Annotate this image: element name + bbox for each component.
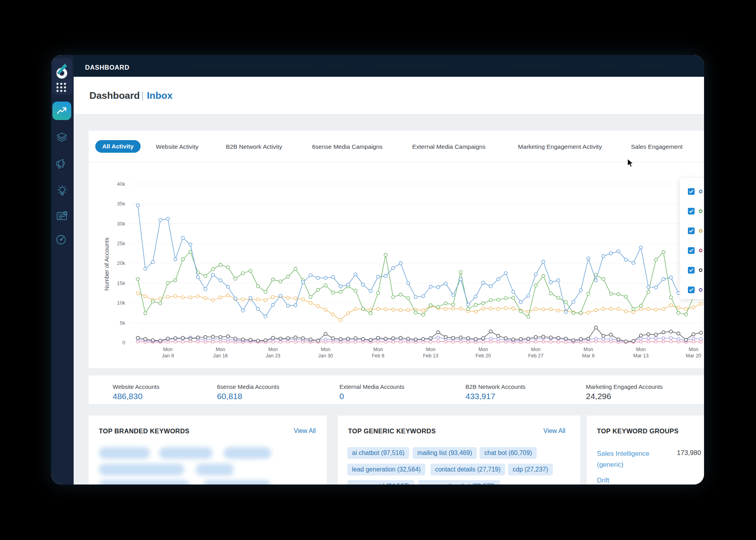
svg-text:20k: 20k [117, 260, 125, 266]
svg-text:Mar 13: Mar 13 [633, 353, 649, 359]
svg-text:Number of Accounts: Number of Accounts [103, 237, 110, 290]
svg-text:Jan 23: Jan 23 [266, 353, 281, 359]
svg-text:Mon: Mon [373, 347, 383, 352]
svg-text:40k: 40k [117, 181, 125, 187]
svg-text:Mon: Mon [163, 347, 172, 352]
svg-text:Mar 6: Mar 6 [582, 353, 595, 359]
svg-text:Mon: Mon [584, 347, 593, 352]
svg-text:25k: 25k [117, 240, 125, 246]
svg-text:5k: 5k [120, 320, 125, 326]
svg-text:Mon: Mon [216, 347, 225, 352]
svg-text:Mon: Mon [478, 347, 488, 352]
svg-text:35k: 35k [117, 201, 125, 207]
svg-text:Feb 27: Feb 27 [528, 353, 543, 359]
svg-text:Feb 13: Feb 13 [423, 353, 438, 359]
svg-text:0: 0 [122, 340, 125, 346]
svg-text:Jan 16: Jan 16 [213, 353, 228, 359]
svg-text:30k: 30k [117, 221, 125, 227]
svg-text:Feb 20: Feb 20 [476, 353, 491, 359]
svg-text:Mon: Mon [268, 347, 278, 352]
svg-text:Mon: Mon [321, 347, 330, 352]
svg-text:Jan 30: Jan 30 [318, 353, 333, 359]
svg-text:Jan 9: Jan 9 [162, 353, 174, 359]
svg-text:Mar 20: Mar 20 [686, 353, 701, 359]
svg-text:Mon: Mon [689, 347, 698, 352]
svg-text:15k: 15k [117, 280, 125, 286]
svg-text:Mon: Mon [531, 347, 541, 352]
svg-text:Mon: Mon [636, 347, 646, 352]
svg-text:10k: 10k [117, 300, 125, 306]
svg-text:Feb 6: Feb 6 [372, 353, 384, 359]
svg-text:Mon: Mon [426, 347, 435, 352]
